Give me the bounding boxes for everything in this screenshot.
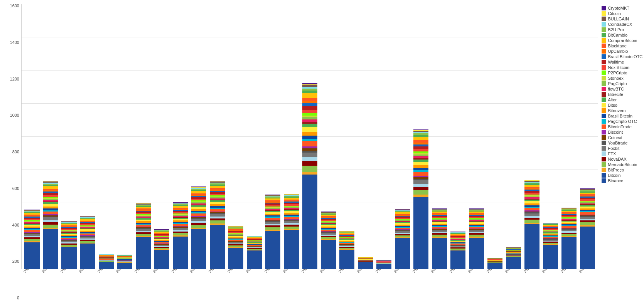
bar-group	[449, 4, 467, 269]
bar-group	[42, 4, 59, 269]
legend-item: Walltime	[602, 60, 644, 64]
legend-label: FTX	[608, 151, 616, 156]
legend-label: Biscoint	[608, 130, 623, 134]
legend-label: BitcoinTrade	[608, 124, 631, 129]
bar-group	[338, 4, 356, 269]
legend-item: Bitnuvem	[602, 108, 644, 113]
legend-item: Coinext	[602, 135, 644, 140]
bar-segment	[524, 220, 539, 223]
bar-segment	[339, 250, 354, 269]
x-label-item: 2022-03-25	[467, 269, 485, 275]
legend-item: Brasil Bitcoin	[602, 114, 644, 118]
x-label-text: 2022-03-02	[41, 269, 57, 274]
legend-label: MercadoBitcoin	[608, 162, 637, 167]
legend-item: BitPreço	[602, 168, 644, 172]
x-label-text: 2022-03-01	[23, 269, 38, 274]
legend-color	[602, 17, 606, 21]
x-label-item: 2022-03-04	[78, 269, 96, 275]
legend-label: PagCripto OTC	[608, 119, 637, 124]
x-label-item: 2022-03-10	[189, 269, 207, 275]
bar-segment	[210, 209, 225, 212]
bar-segment	[43, 225, 58, 228]
legend-color	[602, 44, 606, 48]
bar-stack	[284, 128, 299, 269]
legend: CryptoMKTCitcoinBULLGAINCointradeCXB2U P…	[598, 4, 644, 300]
bars-wrapper	[22, 4, 598, 269]
legend-color	[602, 130, 606, 134]
legend-label: BitPreço	[608, 168, 624, 172]
legend-label: Walltime	[608, 60, 624, 64]
bar-segment	[24, 242, 39, 269]
x-label-text: 2022-03-13	[245, 269, 261, 274]
bar-segment	[302, 106, 317, 110]
bar-group	[60, 4, 78, 269]
x-label-text: 2022-03-09	[171, 269, 186, 274]
bar-segment	[543, 245, 558, 269]
legend-item: Nox Bitcoin	[602, 65, 644, 70]
x-label-item: 2022-03-15	[282, 269, 300, 275]
legend-label: Bitrecife	[608, 92, 623, 97]
bar-segment	[376, 264, 391, 269]
legend-label: CointradeCX	[608, 22, 632, 27]
legend-label: Bitcoin	[608, 173, 620, 178]
bar-segment	[302, 136, 317, 139]
bar-segment	[413, 137, 428, 140]
bar-group	[171, 4, 189, 269]
legend-color	[602, 162, 606, 167]
x-label-item: 2022-03-20	[375, 269, 393, 275]
bar-group	[79, 4, 96, 269]
bar-segment	[413, 165, 428, 168]
bar-group	[227, 4, 244, 269]
bar-group	[486, 4, 504, 269]
bar-group	[412, 4, 430, 269]
bar-segment	[413, 172, 428, 176]
bar-group	[23, 4, 41, 269]
bar-segment	[302, 166, 317, 172]
x-label-item: 2022-03-31	[578, 269, 596, 275]
legend-color	[602, 65, 606, 70]
bar-stack	[339, 168, 354, 269]
x-label-text: 2022-03-03	[60, 269, 75, 274]
legend-label: Bitso	[608, 103, 617, 107]
legend-label: Bitnuvem	[608, 108, 625, 113]
x-label-item: 2022-03-02	[41, 269, 59, 275]
x-label-text: 2022-03-21	[393, 269, 409, 274]
bar-segment	[413, 162, 428, 165]
legend-item: PagCripto OTC	[602, 119, 644, 124]
chart-container: 02004006008001000120014001600 2022-03-01…	[0, 0, 644, 304]
bar-segment	[413, 197, 428, 269]
legend-color	[602, 151, 606, 156]
bar-stack	[450, 170, 465, 269]
bar-segment	[284, 230, 299, 269]
legend-label: Stonoex	[608, 76, 623, 81]
bar-stack	[321, 145, 336, 269]
bar-group	[541, 4, 559, 269]
bar-segment	[321, 240, 336, 269]
x-label-item: 2022-03-21	[393, 269, 411, 275]
bar-segment	[302, 141, 317, 146]
x-label-item: 2022-03-07	[134, 269, 152, 275]
bar-group	[356, 4, 374, 269]
legend-label: P2PCripto	[608, 71, 627, 75]
legend-label: Brasil Bitcoin OTC	[608, 54, 642, 59]
x-label-item: 2022-03-28	[523, 269, 541, 275]
legend-item: Blocktane	[602, 44, 644, 48]
bar-segment	[302, 153, 317, 158]
legend-label: YouBtrade	[608, 141, 627, 145]
chart-area	[21, 4, 598, 269]
legend-label: B2U Pro	[608, 27, 624, 32]
x-label-item: 2022-03-09	[171, 269, 189, 275]
legend-item: PagCripto	[602, 81, 644, 86]
x-label-text: 2022-03-07	[134, 269, 149, 274]
bar-group	[560, 4, 578, 269]
bar-stack	[80, 151, 95, 269]
y-label: 1200	[0, 77, 19, 81]
legend-label: Nox Bitcoin	[608, 65, 629, 70]
y-axis-labels: 02004006008001000120014001600	[0, 4, 19, 300]
legend-color	[602, 60, 606, 64]
x-label-item: 2022-03-29	[541, 269, 559, 275]
legend-item: Foxbit	[602, 146, 644, 151]
legend-color	[602, 103, 606, 107]
legend-item: Biscoint	[602, 130, 644, 134]
legend-color	[602, 49, 606, 54]
